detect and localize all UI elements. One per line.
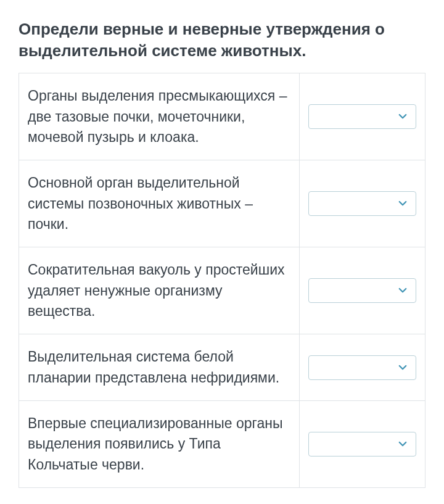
answer-dropdown[interactable]	[308, 278, 416, 303]
chevron-down-icon	[397, 439, 408, 450]
table-row: Сократительная вакуоль у простейших удал…	[19, 247, 426, 334]
answer-cell	[300, 247, 426, 334]
table-row: Выделительная система белой планарии пре…	[19, 334, 426, 401]
answer-cell	[300, 400, 426, 487]
answer-dropdown[interactable]	[308, 432, 416, 456]
chevron-down-icon	[397, 285, 408, 296]
answer-dropdown[interactable]	[308, 104, 416, 129]
answer-dropdown[interactable]	[308, 191, 416, 216]
table-row: Впервые специализированные органы выделе…	[19, 400, 426, 487]
table-row: Органы выделения пресмыкающихся – две та…	[19, 73, 426, 160]
chevron-down-icon	[397, 111, 408, 122]
table-row: Основной орган выделительной системы поз…	[19, 160, 426, 247]
statement-text: Выделительная система белой планарии пре…	[19, 334, 300, 401]
answer-cell	[300, 334, 426, 401]
statement-text: Сократительная вакуоль у простейших удал…	[19, 247, 300, 334]
statement-text: Основной орган выделительной системы поз…	[19, 160, 300, 247]
answer-dropdown[interactable]	[308, 355, 416, 380]
answer-cell	[300, 73, 426, 160]
question-title: Определи верные и неверные утверждения о…	[18, 19, 426, 62]
answer-cell	[300, 160, 426, 247]
chevron-down-icon	[397, 198, 408, 209]
statement-text: Органы выделения пресмыкающихся – две та…	[19, 73, 300, 160]
statement-text: Впервые специализированные органы выделе…	[19, 400, 300, 487]
quiz-table: Органы выделения пресмыкающихся – две та…	[18, 73, 426, 488]
chevron-down-icon	[397, 362, 408, 373]
